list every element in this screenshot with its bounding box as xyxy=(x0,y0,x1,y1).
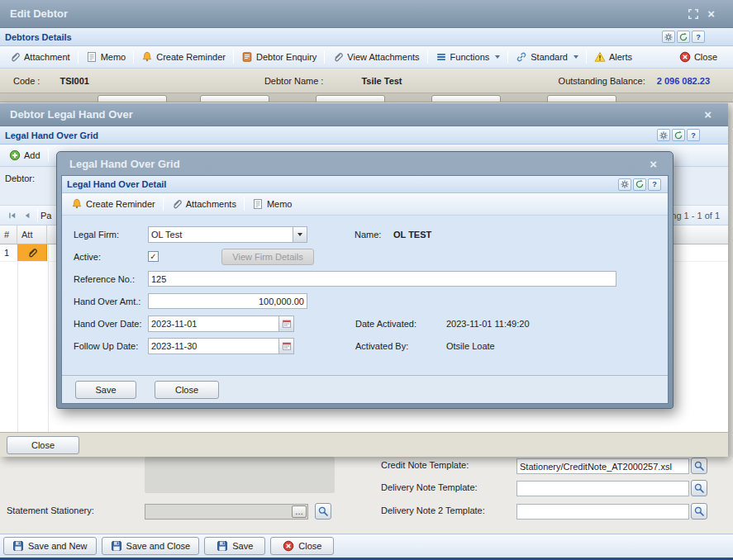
view-attachments-button[interactable]: View Attachments xyxy=(327,49,424,65)
delivery-note2-template-input[interactable] xyxy=(516,504,689,520)
checkmark-icon: ✓ xyxy=(150,253,156,261)
screen: Edit Debtor × Debtors Details ? Attachme… xyxy=(0,0,733,560)
functions-menu-button[interactable]: Functions xyxy=(431,49,506,65)
legal-firm-combo[interactable] xyxy=(148,226,307,243)
save-and-new-button[interactable]: Save and New xyxy=(3,537,97,555)
hand-over-date-input[interactable] xyxy=(149,316,278,331)
attachment-button[interactable]: Attachment xyxy=(4,49,75,65)
dialog-body: Legal Hand Over Detail ? Create Reminder… xyxy=(61,175,669,404)
delivery-note-template-label: Delivery Note Template: xyxy=(381,482,478,492)
legal-window-footer: Close xyxy=(0,432,728,457)
standard-menu-button[interactable]: Standard xyxy=(511,49,583,65)
refresh-icon[interactable] xyxy=(677,31,690,43)
calendar-icon xyxy=(282,319,292,329)
credit-note-search-button[interactable] xyxy=(691,458,707,474)
calendar-trigger-button[interactable] xyxy=(278,339,293,354)
close-button[interactable]: Close xyxy=(674,49,722,65)
debtors-details-title: Debtors Details xyxy=(5,32,72,42)
gear-icon[interactable] xyxy=(657,129,670,141)
chevron-down-icon xyxy=(297,233,302,236)
help-icon[interactable]: ? xyxy=(687,129,700,141)
help-icon[interactable]: ? xyxy=(692,31,705,43)
chevron-down-icon xyxy=(495,55,500,59)
active-label: Active: xyxy=(74,252,148,262)
toolbar-separator xyxy=(507,50,508,64)
ellipsis-trigger-button[interactable]: … xyxy=(292,505,307,518)
legal-firm-label: Legal Firm: xyxy=(74,230,148,240)
close-red-icon xyxy=(679,51,691,63)
gear-icon[interactable] xyxy=(662,31,675,43)
dialog-footer: Save Close xyxy=(62,375,668,403)
refresh-icon[interactable] xyxy=(672,129,685,141)
statement-stationery-input[interactable]: … xyxy=(145,504,308,520)
dialog-save-button[interactable]: Save xyxy=(75,381,136,399)
follow-up-date-input[interactable] xyxy=(149,339,278,354)
help-icon[interactable]: ? xyxy=(648,178,661,191)
alerts-button[interactable]: Alerts xyxy=(589,49,637,65)
statement-search-button[interactable] xyxy=(315,503,331,520)
dialog-close-button[interactable]: Close xyxy=(155,381,219,399)
edit-debtor-titlebar: Edit Debtor × xyxy=(0,0,733,28)
legal-close-button[interactable]: Close xyxy=(7,436,79,454)
floppy-icon xyxy=(217,540,228,552)
outstanding-balance-label: Outstanding Balance: xyxy=(559,76,645,86)
calendar-icon xyxy=(282,341,292,351)
add-button[interactable]: Add xyxy=(4,147,45,164)
floppy-icon xyxy=(12,540,24,552)
dialog-toolbar: Create Reminder Attachments Memo xyxy=(62,193,668,216)
credit-note-template-input[interactable] xyxy=(516,458,689,474)
paperclip-icon xyxy=(332,51,344,63)
combo-dropdown-trigger[interactable] xyxy=(293,227,307,242)
hand-over-amt-label: Hand Over Amt.: xyxy=(74,297,148,306)
detail-form: Legal Firm: Name: OL TEST Active: ✓ xyxy=(62,216,668,375)
maximize-icon[interactable] xyxy=(688,8,699,20)
close-icon[interactable]: × xyxy=(650,158,657,170)
prev-page-button[interactable] xyxy=(20,208,35,223)
page-label-partial: Pa xyxy=(40,211,51,221)
view-firm-details-button[interactable]: View Firm Details xyxy=(221,249,314,265)
delivery-note-search-button[interactable] xyxy=(691,480,707,496)
hand-over-date-field[interactable] xyxy=(148,316,294,332)
delivery-note2-search-button[interactable] xyxy=(691,503,707,520)
toolbar-separator xyxy=(244,197,245,211)
activated-by-label: Activated By: xyxy=(355,341,446,351)
add-icon xyxy=(9,149,21,161)
column-header-num[interactable]: # xyxy=(0,225,17,244)
attachment-cell[interactable] xyxy=(17,244,47,261)
memo-button[interactable]: Memo xyxy=(81,49,131,65)
first-page-icon xyxy=(7,211,17,221)
column-header-att[interactable]: Att xyxy=(17,225,47,244)
statement-stationery-label: Statement Stationery: xyxy=(7,505,94,515)
save-and-close-button[interactable]: Save and Close xyxy=(102,537,200,555)
close-icon[interactable]: × xyxy=(707,7,715,20)
toolbar-separator xyxy=(586,50,587,64)
close-button-bottom[interactable]: Close xyxy=(270,537,334,555)
delivery-note2-template-label: Delivery Note 2 Template: xyxy=(381,505,485,515)
toolbar-separator xyxy=(133,50,134,64)
gear-icon[interactable] xyxy=(618,178,631,191)
attachments-button[interactable]: Attachments xyxy=(166,196,241,212)
follow-up-date-field[interactable] xyxy=(148,338,294,354)
active-checkbox[interactable]: ✓ xyxy=(148,251,159,262)
delivery-note-template-input[interactable] xyxy=(516,481,689,496)
create-reminder-button[interactable]: Create Reminder xyxy=(66,196,160,212)
hand-over-amt-input[interactable] xyxy=(148,293,307,309)
legal-firm-input[interactable] xyxy=(149,227,293,242)
date-activated-label: Date Activated: xyxy=(355,319,446,329)
memo-button[interactable]: Memo xyxy=(247,196,297,212)
calendar-trigger-button[interactable] xyxy=(278,316,293,331)
magnifier-icon xyxy=(693,505,705,517)
close-icon[interactable]: × xyxy=(704,108,712,121)
debtor-enquiry-button[interactable]: Debtor Enquiry xyxy=(236,49,321,65)
legal-grid-header: Legal Hand Over Grid ? xyxy=(0,126,728,145)
warning-icon xyxy=(594,51,606,63)
firm-name-value: OL TEST xyxy=(393,230,431,240)
occluded-form-strip xyxy=(0,93,733,102)
refresh-icon[interactable] xyxy=(633,178,646,191)
legal-grid-title: Legal Hand Over Grid xyxy=(5,131,98,140)
create-reminder-button[interactable]: Create Reminder xyxy=(136,49,231,65)
toolbar-separator xyxy=(37,209,38,222)
save-button[interactable]: Save xyxy=(204,537,265,555)
reference-no-input[interactable] xyxy=(148,271,616,287)
first-page-button[interactable] xyxy=(5,208,20,223)
